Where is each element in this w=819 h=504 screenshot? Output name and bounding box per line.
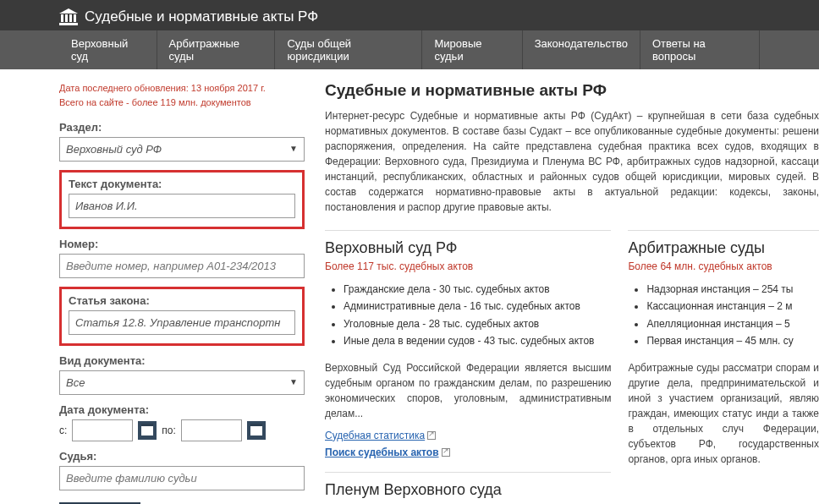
nav-supreme-court[interactable]: Верховный суд xyxy=(59,30,157,69)
number-input[interactable] xyxy=(59,254,305,278)
list-item: Иные дела в ведении судов - 43 тыс. суде… xyxy=(344,332,611,349)
section-desc: Арбитражные суды рассматри спорам и друг… xyxy=(628,360,819,467)
nav-general-courts[interactable]: Суды общей юрисдикции xyxy=(275,30,422,69)
section-group: Раздел: xyxy=(59,121,305,162)
date-to-input[interactable] xyxy=(181,419,242,441)
svg-rect-2 xyxy=(65,14,68,22)
nav-faq[interactable]: Ответы на вопросы xyxy=(640,30,760,69)
list-item: Первая инстанция – 45 млн. су xyxy=(646,332,819,349)
doctype-select[interactable] xyxy=(59,370,305,395)
date-from-picker[interactable] xyxy=(138,421,157,440)
external-icon xyxy=(427,431,436,440)
list-item: Гражданские дела - 30 тыс. судебных акто… xyxy=(344,281,611,298)
search-acts-link[interactable]: Поиск судебных актов xyxy=(325,446,611,458)
svg-rect-3 xyxy=(69,14,72,22)
date-from-label: с: xyxy=(59,425,67,436)
section-list: Гражданские дела - 30 тыс. судебных акто… xyxy=(325,281,611,350)
subsection-title: Пленум Верховного суда xyxy=(325,472,611,499)
date-to-picker[interactable] xyxy=(247,421,266,440)
section-arbitration: Арбитражные суды Более 64 млн. судебных … xyxy=(628,230,819,504)
docdate-label: Дата документа: xyxy=(59,403,305,416)
page-title: Судебные и нормативные акты РФ xyxy=(325,81,819,100)
list-item: Кассационная инстанция – 2 м xyxy=(646,298,819,315)
search-sidebar: Дата последнего обновления: 13 ноября 20… xyxy=(59,81,305,504)
svg-rect-4 xyxy=(74,14,76,22)
svg-rect-5 xyxy=(59,23,78,25)
sections-row: Верховный суд РФ Более 117 тыс. судебных… xyxy=(325,230,819,504)
list-item: Уголовные дела - 28 тыс. судебных актов xyxy=(344,315,611,332)
svg-marker-0 xyxy=(59,8,78,14)
doctext-input[interactable] xyxy=(69,194,295,218)
nav-arbitration[interactable]: Арбитражные суды xyxy=(157,30,276,69)
update-date: Дата последнего обновления: 13 ноября 20… xyxy=(59,81,305,96)
header-bar: Судебные и нормативные акты РФ xyxy=(0,0,819,30)
nav-magistrates[interactable]: Мировые судьи xyxy=(422,30,522,69)
docdate-group: Дата документа: с: по: xyxy=(59,403,305,441)
section-label: Раздел: xyxy=(59,121,305,134)
number-label: Номер: xyxy=(59,238,305,250)
list-item: Надзорная инстанция – 254 ты xyxy=(646,281,819,298)
doctext-label: Текст документа: xyxy=(69,178,295,190)
nav-legislation[interactable]: Законодательство xyxy=(523,30,640,69)
article-highlight: Статья закона: xyxy=(59,287,305,346)
total-docs: Всего на сайте - более 119 млн. документ… xyxy=(59,96,305,110)
content-area: Дата последнего обновления: 13 ноября 20… xyxy=(0,69,819,504)
list-item: Апелляционная инстанция – 5 xyxy=(646,315,819,332)
date-from-input[interactable] xyxy=(72,419,133,441)
main-content: Судебные и нормативные акты РФ Интернет-… xyxy=(325,81,819,504)
stats-link[interactable]: Судебная статистика xyxy=(325,430,611,441)
section-desc: Верховный Суд Российской Федерации являе… xyxy=(325,360,611,421)
article-label: Статья закона: xyxy=(69,294,295,307)
svg-rect-1 xyxy=(61,14,63,22)
list-item: Административные дела - 16 тыс. судебных… xyxy=(344,298,611,315)
section-supreme: Верховный суд РФ Более 117 тыс. судебных… xyxy=(325,230,611,504)
number-group: Номер: xyxy=(59,238,305,278)
site-title: Судебные и нормативные акты РФ xyxy=(85,8,318,25)
judge-input[interactable] xyxy=(59,466,305,490)
external-icon xyxy=(442,448,450,457)
doctype-label: Вид документа: xyxy=(59,354,305,367)
judge-label: Судья: xyxy=(59,450,305,463)
section-subtitle: Более 64 млн. судебных актов xyxy=(628,260,819,272)
section-subtitle: Более 117 тыс. судебных актов xyxy=(325,260,611,272)
update-info: Дата последнего обновления: 13 ноября 20… xyxy=(59,81,305,109)
article-input[interactable] xyxy=(69,310,295,335)
section-list: Надзорная инстанция – 254 ты Кассационна… xyxy=(628,281,819,350)
section-title: Верховный суд РФ xyxy=(325,239,611,257)
section-select[interactable] xyxy=(59,137,305,162)
date-to-label: по: xyxy=(162,425,176,436)
page-description: Интернет-ресурс Судебные и нормативные а… xyxy=(325,108,819,215)
section-title: Арбитражные суды xyxy=(628,239,819,257)
main-nav: Верховный суд Арбитражные суды Суды обще… xyxy=(0,30,819,69)
bank-icon xyxy=(59,8,78,25)
doctype-group: Вид документа: xyxy=(59,354,305,395)
doctext-highlight: Текст документа: xyxy=(59,170,305,229)
judge-group: Судья: xyxy=(59,450,305,490)
